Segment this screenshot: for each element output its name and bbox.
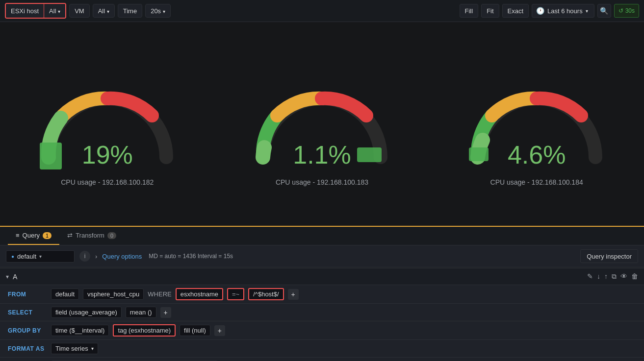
where-keyword: WHERE [148,290,171,298]
gauge-2-wrapper: 1.1% [243,67,400,174]
where-add-button[interactable]: + [288,289,299,300]
exact-button[interactable]: Exact [502,4,529,18]
where-value[interactable]: /^$host$/ [248,288,283,300]
group-by-add-button[interactable]: + [214,325,225,336]
move-up-icon[interactable]: ↑ [604,272,608,281]
query-header: ● default ▾ i › Query options MD = auto … [0,245,644,267]
group-by-label: GROUP BY [8,327,47,334]
from-row: FROM default vsphere_host_cpu WHERE esxh… [0,285,644,304]
fit-button[interactable]: Fit [481,4,499,18]
select-row: SELECT field (usage_average) mean () + [0,304,644,321]
gauge-1-value: 19% [29,140,186,169]
esxi-all-button[interactable]: All ▾ [44,4,65,18]
from-db[interactable]: default [51,289,79,300]
tab-query[interactable]: ≡ Query 1 [8,227,59,245]
chevron-down-icon: ▾ [39,254,42,259]
clock-icon: 🕐 [536,7,544,15]
group-fill[interactable]: fill (null) [180,325,210,336]
gauge-2: 1.1% CPU usage - 192.168.100.183 [219,67,425,186]
chevron-right-icon: › [95,253,97,260]
query-meta: MD = auto = 1436 Interval = 15s [149,253,233,260]
where-field[interactable]: esxhostname [176,288,223,300]
query-row-a-header: ▾ A ✎ ↓ ↑ ⧉ 👁 🗑 [0,268,644,285]
edit-icon[interactable]: ✎ [587,272,593,281]
time-range-button[interactable]: 🕐 Last 6 hours ▾ [532,4,594,18]
move-down-icon[interactable]: ↓ [597,272,600,281]
group-time[interactable]: time ($__interval) [51,325,109,336]
copy-icon[interactable]: ⧉ [612,272,617,281]
vm-button[interactable]: VM [69,4,90,18]
group-tag[interactable]: tag (esxhostname) [113,324,176,337]
zoom-out-button[interactable]: 🔍 [597,4,611,18]
tab-transform-badge: 0 [107,232,116,239]
format-value: Time series [55,345,88,352]
tab-query-badge: 1 [43,232,52,239]
info-button[interactable]: i [79,251,90,262]
gauge-3-label: CPU usage - 192.168.100.184 [490,178,583,186]
chevron-down-icon: ▾ [586,8,588,14]
format-select[interactable]: Time series ▾ [51,343,98,354]
esxi-host-button[interactable]: ESXi host [6,4,44,18]
gauge-2-label: CPU usage - 192.168.100.183 [276,178,368,186]
datasource-label: default [17,253,36,260]
gauge-1-label: CPU usage - 192.168.100.182 [61,178,154,186]
collapse-icon[interactable]: ▾ [6,273,9,280]
group-by-row: GROUP BY time ($__interval) tag (esxhost… [0,321,644,340]
gauge-3-wrapper: 4.6% [458,67,615,174]
gauge-1-wrapper: 19% [29,67,186,174]
gauge-2-value: 1.1% [243,140,400,169]
gauge-3: 4.6% CPU usage - 192.168.100.184 [434,67,640,186]
query-tab-icon: ≡ [16,232,20,239]
format-as-row: FORMAT AS Time series ▾ [0,340,644,358]
datasource-select[interactable]: ● default ▾ [6,250,75,263]
format-chevron-icon: ▾ [91,346,94,351]
alias-row: ALIAS BY [0,358,644,361]
tab-transform-label: Transform [76,232,104,239]
from-table[interactable]: vsphere_host_cpu [83,289,144,300]
format-as-label: FORMAT AS [8,345,47,352]
tab-transform[interactable]: ⇄ Transform 0 [59,227,124,245]
interval-button[interactable]: 20s ▾ [145,4,171,18]
toolbar-right: Fill Fit Exact 🕐 Last 6 hours ▾ 🔍 ↺ 30s [460,4,639,18]
time-button[interactable]: Time [118,4,142,18]
eye-icon[interactable]: 👁 [620,272,627,281]
select-fn[interactable]: mean () [126,307,156,318]
vm-all-button[interactable]: All ▾ [93,4,115,18]
query-editor: ● default ▾ i › Query options MD = auto … [0,245,644,361]
tab-query-label: Query [23,232,40,239]
zoom-out-icon: 🔍 [600,7,608,15]
query-row-actions: ✎ ↓ ↑ ⧉ 👁 🗑 [587,272,638,281]
query-options-link[interactable]: Query options [102,253,142,260]
select-label: SELECT [8,309,47,316]
trash-icon[interactable]: 🗑 [631,272,638,281]
query-name-a: A [13,273,17,281]
info-icon: i [84,253,86,260]
gauge-3-value: 4.6% [458,140,615,169]
toolbar: ESXi host All ▾ VM All ▾ Time 20s ▾ Fill… [0,0,644,22]
query-row-a: ▾ A ✎ ↓ ↑ ⧉ 👁 🗑 FROM default vsphere_hos… [0,268,644,361]
esxi-host-group: ESXi host All ▾ [5,3,66,19]
where-op[interactable]: =~ [227,288,244,300]
refresh-button[interactable]: ↺ 30s [614,4,639,18]
select-field[interactable]: field (usage_average) [51,307,122,318]
query-inspector-button[interactable]: Query inspector [580,249,638,263]
refresh-icon: ↺ [618,7,623,14]
from-label: FROM [8,291,47,298]
transform-tab-icon: ⇄ [67,232,73,239]
db-icon: ● [11,254,14,259]
query-tabs: ≡ Query 1 ⇄ Transform 0 [0,227,644,245]
gauge-1: 19% CPU usage - 192.168.100.182 [4,67,210,186]
fill-button[interactable]: Fill [460,4,479,18]
gauges-section: 19% CPU usage - 192.168.100.182 1.1% CPU… [0,22,644,227]
select-add-button[interactable]: + [160,307,171,318]
